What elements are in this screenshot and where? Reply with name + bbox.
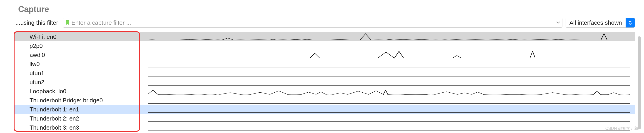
interface-row[interactable]: p2p0 [14,41,635,50]
interface-name: Wi-Fi: en0 [14,33,148,40]
interface-row[interactable]: llw0 [14,59,635,69]
interfaces-shown-select[interactable]: All interfaces shown [566,18,635,28]
interface-row[interactable]: Loopback: lo0 [14,87,635,96]
interface-sparkline [148,78,630,87]
capture-section-title: Capture [0,0,644,18]
vertical-scrollbar[interactable] [638,36,641,129]
filter-row: ...using this filter: All interfaces sho… [0,18,644,31]
interface-name: Loopback: lo0 [14,88,148,95]
interface-name: utun1 [14,70,148,77]
interfaces-shown-dropdown-button[interactable] [626,18,635,28]
interface-name: Thunderbolt Bridge: bridge0 [14,97,148,104]
watermark: CSDN @初学计算 [605,126,638,131]
interface-sparkline [148,32,630,41]
interface-sparkline [148,41,630,50]
interface-list: Wi-Fi: en0p2p0awdl0llw0utun1utun2Loopbac… [14,32,635,132]
capture-filter-field[interactable] [63,18,562,28]
interface-sparkline [148,69,630,78]
interface-row[interactable]: utun2 [14,78,635,87]
interface-sparkline [148,96,630,105]
interface-row[interactable]: Thunderbolt 2: en2 [14,114,635,123]
interface-name: Thunderbolt 1: en1 [14,106,148,113]
filter-label: ...using this filter: [16,19,60,26]
interface-sparkline [148,114,630,123]
capture-filter-input[interactable] [71,18,556,27]
interface-name: llw0 [14,61,148,68]
interface-row[interactable]: Wi-Fi: en0 [14,32,635,41]
interface-sparkline [148,123,630,132]
interface-name: Thunderbolt 3: en3 [14,124,148,131]
interface-name: utun2 [14,79,148,86]
interface-sparkline [148,105,630,114]
interfaces-shown-label: All interfaces shown [566,19,626,26]
interface-row[interactable]: Thunderbolt Bridge: bridge0 [14,96,635,105]
interface-name: Thunderbolt 2: en2 [14,115,148,122]
interface-sparkline [148,50,630,59]
interface-row[interactable]: Thunderbolt 3: en3 [14,123,635,132]
interface-name: awdl0 [14,51,148,59]
interface-name: p2p0 [14,42,148,49]
interface-row[interactable]: Thunderbolt 1: en1 [14,105,635,114]
interface-sparkline [148,87,630,96]
bookmark-icon[interactable] [66,20,70,25]
filter-dropdown-button[interactable] [556,19,561,26]
interface-sparkline [148,59,630,69]
interface-row[interactable]: utun1 [14,69,635,78]
interface-row[interactable]: awdl0 [14,50,635,59]
